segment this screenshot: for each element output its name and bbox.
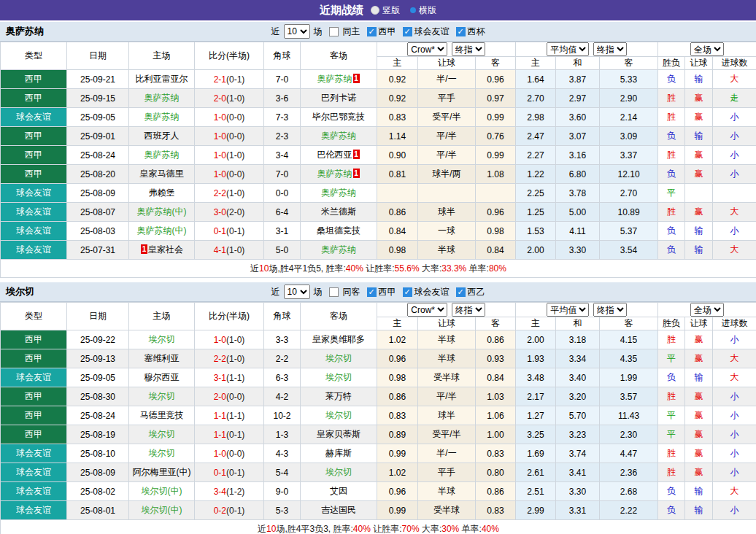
team-link[interactable]: 皇家社会 [148,244,183,255]
result-goals: 小 [713,127,756,146]
team-link[interactable]: 奥萨苏纳 [321,131,356,141]
team-link[interactable]: 奥萨苏纳 [317,169,352,179]
team-link[interactable]: 塞维利亚 [144,353,180,363]
result-handicap: 赢 [685,330,713,349]
team-link[interactable]: 埃尔切 [149,429,175,439]
team-link[interactable]: 埃尔切 [149,391,175,401]
team-link[interactable]: 西班牙人 [144,131,180,141]
team-link[interactable]: 埃尔切 [325,353,352,363]
league-checkbox-1[interactable] [403,27,412,36]
fullmatch-select[interactable]: 全场 [690,42,724,56]
league-checkbox-0[interactable] [367,27,377,36]
match-count-select[interactable]: 10 [284,24,310,39]
team-link[interactable]: 阿尔梅里亚(中) [133,467,191,477]
team-link[interactable]: 埃尔切(中) [142,486,182,496]
layout-radio-group: 竖版 横版 [371,4,436,17]
col-header-date: 日期 [67,303,129,330]
home-team-cell: 马德里竞技 [129,406,195,425]
score-cell: 1-0(1-0) [195,146,264,165]
crow-final-select[interactable]: 终指 [452,303,485,317]
vertical-layout-option[interactable]: 竖版 [371,4,400,17]
crow-handicap: 受半球 [418,368,476,387]
team-link[interactable]: 奥萨苏纳 [144,112,180,122]
avg-draw-odds: 3.31 [556,501,600,520]
crow-handicap: 球半/两 [418,165,476,184]
summary-segment: 55.6% [395,263,420,274]
radio-unchecked-icon[interactable] [371,6,379,15]
team-link[interactable]: 巴列卡诺 [321,93,356,103]
team-link[interactable]: 奥萨苏纳 [144,150,180,160]
team-link[interactable]: 奥萨苏纳 [317,74,352,84]
team-link[interactable]: 弗赖堡 [149,187,175,198]
match-row: 球会友谊25-08-09弗赖堡2-2(1-0)0-0奥萨苏纳2.253.782.… [1,184,756,203]
same-venue-checkbox[interactable] [329,27,339,36]
same-venue-label: 同客 [343,286,360,298]
team-link[interactable]: 艾因 [330,486,347,496]
team-link[interactable]: 埃尔切(中) [142,505,182,515]
team-link[interactable]: 比利亚雷亚尔 [136,74,188,84]
league-checkbox-2[interactable] [456,27,466,36]
home-team-cell: 埃尔切 [129,444,195,463]
col-header-type: 类型 [1,303,67,330]
average-final-select[interactable]: 终指 [593,303,627,317]
average-select[interactable]: 平均值 [547,42,589,56]
halftime-score: (0-1) [226,430,244,440]
away-team-cell: 奥萨苏纳 [301,184,377,203]
team-link[interactable]: 吉达国民 [321,505,356,515]
match-date: 25-08-30 [67,387,129,406]
crow-away-odds: 0.76 [476,127,516,146]
horizontal-layout-option[interactable]: 横版 [410,4,436,17]
summary-segment: 场,胜4平3负3, 胜率: [276,524,352,534]
result-handicap [685,184,713,203]
team-link[interactable]: 奥萨苏纳 [144,93,180,103]
avg-draw-odds: 3.07 [556,127,600,146]
league-checkbox-1[interactable] [403,287,412,297]
team-link[interactable]: 奥萨苏纳 [321,187,356,198]
team-link[interactable]: 奥萨苏纳 [321,244,356,255]
avg-away-odds: 2.36 [600,463,658,482]
radio-checked-icon[interactable] [410,7,416,13]
team-link[interactable]: 穆尔西亚 [144,372,180,382]
col-header-crow-handicap: 让球 [418,57,476,70]
average-select[interactable]: 平均值 [547,303,589,317]
team-link[interactable]: 马德里竞技 [140,410,184,420]
crow-home-odds [377,184,418,203]
home-team-cell: 阿尔梅里亚(中) [129,463,195,482]
team-link[interactable]: 莱万特 [325,391,352,401]
average-final-select[interactable]: 终指 [593,42,627,56]
team-link[interactable]: 赫库斯 [325,448,352,458]
same-venue-checkbox[interactable] [329,287,339,297]
odds-company-select[interactable]: Crow* [407,303,447,317]
col-header-date: 日期 [67,42,129,70]
team-link[interactable]: 埃尔切 [325,467,352,477]
league-checkbox-0[interactable] [367,287,377,297]
team-link[interactable]: 奥萨苏纳(中) [137,225,187,236]
team-name-label: 埃尔切 [6,285,34,298]
team-link[interactable]: 桑坦德竞技 [317,225,360,236]
team-link[interactable]: 埃尔切 [149,334,175,344]
team-link[interactable]: 皇家奥维耶多 [312,334,365,344]
odds-company-select[interactable]: Crow* [407,42,447,56]
team-link[interactable]: 皇家贝蒂斯 [317,429,360,439]
result-handicap: 赢 [685,463,713,482]
team-link[interactable]: 米兰德斯 [321,206,356,217]
league-checkbox-2[interactable] [456,287,466,297]
crow-away-odds: 0.98 [476,222,516,241]
team-link[interactable]: 埃尔切 [149,448,175,458]
team-link[interactable]: 皇家马德里 [140,169,184,179]
team-link[interactable]: 巴伦西亚 [317,150,352,160]
fullmatch-select-group: 全场 [658,42,756,57]
team-link[interactable]: 埃尔切 [325,410,352,420]
horizontal-layout-label: 横版 [419,4,436,17]
match-row: 球会友谊25-09-05奥萨苏纳1-0(0-0)7-3毕尔巴鄂竞技0.83受平/… [1,108,756,127]
team-link[interactable]: 奥萨苏纳(中) [137,206,187,217]
fullmatch-select[interactable]: 全场 [690,303,724,317]
league-label-2: 西乙 [468,286,485,298]
avg-home-odds: 2.25 [516,184,556,203]
crow-final-select[interactable]: 终指 [452,42,485,56]
away-team-cell: 奥萨苏纳1 [301,165,377,184]
match-date: 25-08-03 [67,222,129,241]
team-link[interactable]: 埃尔切 [325,372,352,382]
match-count-select[interactable]: 10 [284,285,310,299]
team-link[interactable]: 毕尔巴鄂竞技 [312,112,365,122]
